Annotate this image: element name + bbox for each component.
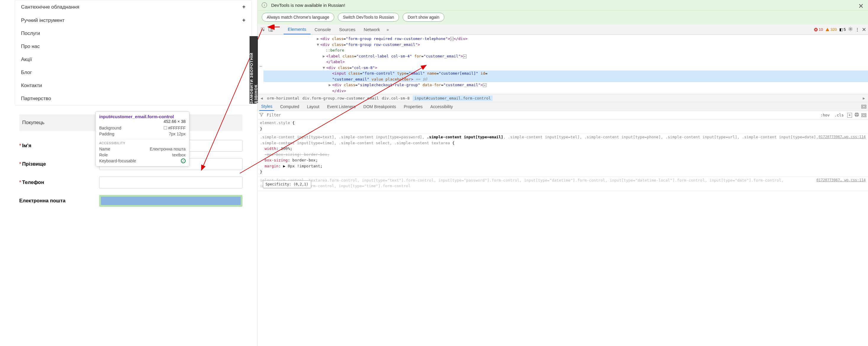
error-badge[interactable]: 10: [814, 27, 823, 32]
inspector-tooltip: input#customer_email.form-control452.66 …: [95, 111, 189, 167]
nav-item-partnership[interactable]: Партнерство: [15, 92, 251, 105]
expand-icon[interactable]: +: [242, 4, 245, 10]
tab-dombp[interactable]: DOM Breakpoints: [362, 103, 398, 111]
tooltip-pad-label: Padding: [99, 132, 114, 136]
inspect-icon[interactable]: [259, 27, 267, 32]
nav-label: Контакти: [21, 83, 42, 89]
lang-notice: i DevTools is now available in Russian! …: [257, 0, 868, 10]
dom-selected-node: <input class="form-control" type="email"…: [264, 70, 868, 77]
tab-console[interactable]: Console: [311, 25, 335, 34]
svg-rect-1: [269, 28, 272, 31]
nav-label: Акції: [21, 57, 32, 62]
tooltip-name-value: Електронна пошта: [150, 147, 186, 151]
tooltip-bg-value: #FFFFFF: [168, 125, 186, 131]
btn-dont-show[interactable]: Don't show again: [403, 13, 444, 22]
hov-toggle[interactable]: :hov: [819, 112, 831, 118]
issue-badge[interactable]: ◧5: [839, 27, 846, 32]
nav-label: Ручний інструмент: [21, 18, 65, 23]
styles-tabs: Styles Computed Layout Event Listeners D…: [257, 102, 868, 111]
filter-icon: [259, 113, 264, 118]
styles-pane[interactable]: element.style { } 01720773967…wp.css:114…: [257, 119, 868, 346]
breadcrumb-item[interactable]: div.col-sm-8: [382, 96, 410, 100]
nav-item-promo[interactable]: Акції: [15, 53, 251, 66]
styles-filter-input[interactable]: [266, 112, 414, 118]
new-rule-icon[interactable]: +: [847, 113, 852, 118]
style-rule-element[interactable]: element.style { }: [257, 119, 868, 134]
svg-rect-6: [856, 113, 858, 114]
breadcrumb-right-icon[interactable]: ▶: [862, 96, 866, 100]
devtools-close-icon[interactable]: ✕: [862, 26, 866, 33]
tooltip-focus-label: Keyboard-focusable: [99, 158, 136, 163]
form-row-email: Електронна пошта: [19, 195, 243, 207]
breadcrumb-left-icon[interactable]: ◀: [259, 96, 264, 100]
tooltip-role-value: textbox: [172, 152, 186, 157]
style-rule-form-control[interactable]: 01720773967… wp.css:114 select.form-cont…: [257, 177, 868, 191]
tab-elements[interactable]: Elements: [284, 25, 311, 34]
email-input[interactable]: [99, 195, 243, 207]
breadcrumb-item-active[interactable]: input#customer_email.form-control: [413, 95, 493, 101]
tab-listeners[interactable]: Event Listeners: [326, 103, 358, 111]
tab-accessibility[interactable]: Accessibility: [429, 103, 455, 111]
label-surname: *Прізвище: [19, 161, 99, 167]
phone-input[interactable]: [99, 177, 243, 189]
notice-buttons: Always match Chrome's language Switch De…: [257, 10, 868, 25]
nav-label: Про нас: [21, 44, 40, 50]
specificity-tooltip: Specificity: (0,2,1): [263, 180, 311, 188]
expand-icon[interactable]: +: [242, 17, 245, 23]
devtools-tabs: Elements Console Sources Network » 10 32…: [257, 25, 868, 35]
label-name: *Ім'я: [19, 143, 99, 149]
box-model-icon-2[interactable]: [862, 113, 866, 117]
tab-properties[interactable]: Properties: [402, 103, 425, 111]
styles-filter-bar: :hov .cls +: [257, 111, 868, 119]
color-swatch-icon: [164, 126, 167, 129]
more-tabs-icon[interactable]: »: [384, 27, 391, 32]
gear-icon[interactable]: [848, 27, 853, 32]
dom-gutter-icon[interactable]: ⋯: [260, 64, 262, 68]
tab-computed[interactable]: Computed: [278, 103, 301, 111]
tab-layout[interactable]: Layout: [305, 103, 321, 111]
dom-tree[interactable]: ▶<div class="form-group required row-cus…: [257, 35, 868, 94]
tooltip-bg-label: Background: [99, 125, 121, 131]
nav-item-contacts[interactable]: Контакти: [15, 79, 251, 92]
nav-label: Сантехнічне обладнання: [21, 4, 79, 10]
devtools-panel: i DevTools is now available in Russian! …: [257, 0, 868, 346]
tooltip-pad-value: 7px 12px: [169, 132, 186, 136]
dom-breadcrumb: ◀ orm-horizontal div.form-group.row-cust…: [257, 94, 868, 102]
label-phone: *Телефон: [19, 179, 99, 185]
device-toggle-icon[interactable]: [267, 27, 275, 32]
warning-badge[interactable]: 320: [825, 27, 837, 32]
tooltip-role-label: Role: [99, 152, 108, 157]
print-styles-icon[interactable]: [855, 113, 859, 118]
btn-switch-lang[interactable]: Switch DevTools to Russian: [338, 13, 399, 22]
nav-item-blog[interactable]: Блог: [15, 66, 251, 79]
nav-list: Сантехнічне обладнання+ Ручний інструмен…: [15, 0, 252, 106]
nav-label: Блог: [21, 69, 32, 76]
box-model-icon[interactable]: [862, 105, 866, 109]
tooltip-name-label: Name: [99, 147, 110, 151]
style-source-link[interactable]: 01720773967…wp.css:114: [818, 134, 866, 140]
breadcrumb-item[interactable]: orm-horizontal: [267, 96, 300, 100]
label-email: Електронна пошта: [19, 198, 99, 204]
style-source-link[interactable]: 01720773967… wp.css:114: [816, 177, 866, 183]
info-icon: i: [262, 2, 267, 8]
tooltip-dimensions: 452.66 × 38: [164, 119, 186, 124]
kebab-icon[interactable]: ⋮: [855, 27, 860, 32]
notice-text: DevTools is now available in Russian!: [271, 3, 345, 8]
nav-item-about[interactable]: Про нас: [15, 40, 251, 53]
callback-tab[interactable]: ЗАМОВИТИ ЗВОРОТНІЙ ДЗВІНОК: [250, 36, 258, 104]
tab-styles[interactable]: Styles: [259, 103, 274, 111]
tab-network[interactable]: Network: [360, 25, 384, 34]
tab-sources[interactable]: Sources: [335, 25, 360, 34]
cls-toggle[interactable]: .cls: [833, 112, 845, 118]
breadcrumb-item[interactable]: div.form-group.row-customer_email: [302, 96, 379, 100]
style-rule-simple-content[interactable]: 01720773967…wp.css:114 .simple-content i…: [257, 134, 868, 177]
check-icon: ✓: [181, 158, 186, 163]
btn-always-match[interactable]: Always match Chrome's language: [262, 13, 334, 22]
close-icon[interactable]: ✕: [858, 2, 864, 10]
nav-item-services[interactable]: Послуги: [15, 27, 251, 40]
nav-label: Партнерство: [21, 96, 51, 102]
nav-item-tools[interactable]: Ручний інструмент+: [15, 13, 251, 27]
nav-item-plumbing[interactable]: Сантехнічне обладнання+: [15, 0, 251, 13]
nav-label: Послуги: [21, 30, 40, 36]
form-row-phone: *Телефон: [19, 177, 243, 189]
